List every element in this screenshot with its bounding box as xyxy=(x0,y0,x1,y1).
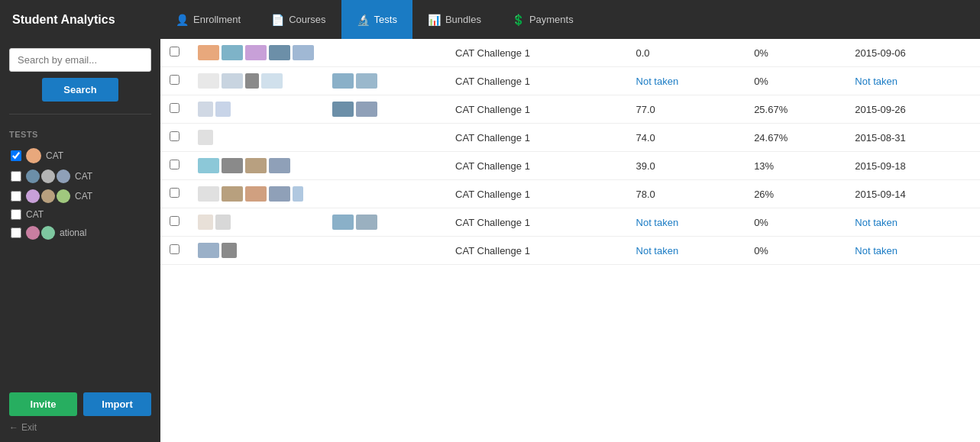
score-cell: 0.0 xyxy=(627,39,746,67)
test-item-2[interactable]: CAT xyxy=(9,166,151,186)
avatar-block xyxy=(332,73,354,89)
percent-cell: 13% xyxy=(745,152,846,180)
avatar-block xyxy=(198,158,219,173)
percent-cell: 24.67% xyxy=(745,124,846,152)
invite-button[interactable]: Invite xyxy=(9,392,77,416)
avatar-block xyxy=(245,73,259,89)
avatar-block xyxy=(332,102,354,117)
tab-enrollment[interactable]: 👤 Enrollment xyxy=(160,0,256,39)
row-checkbox[interactable] xyxy=(170,160,180,169)
search-button[interactable]: Search xyxy=(42,78,118,102)
test-item-3[interactable]: CAT xyxy=(9,186,151,206)
tab-courses[interactable]: 📄 Courses xyxy=(256,0,341,39)
date-cell: 2015-09-06 xyxy=(846,39,980,67)
app-title: Student Analytics xyxy=(0,13,160,27)
table-row: CAT Challenge 1 Not taken 0% Not taken xyxy=(160,67,980,95)
avatar-block xyxy=(222,186,243,202)
date-cell: 2015-09-26 xyxy=(846,95,980,124)
score-cell: Not taken xyxy=(627,237,746,265)
sidebar: Search TESTS CAT CAT CAT xyxy=(0,39,160,442)
avatar-group xyxy=(332,73,437,89)
avatar-block xyxy=(293,186,303,202)
score-cell: Not taken xyxy=(627,208,746,237)
test-name: CAT Challenge 1 xyxy=(446,208,626,237)
row-checkbox[interactable] xyxy=(170,47,180,56)
enrollment-icon: 👤 xyxy=(176,14,189,26)
test-avatar-1 xyxy=(26,148,41,163)
import-button[interactable]: Import xyxy=(83,392,151,416)
avatar-block xyxy=(198,73,219,89)
avatar-block xyxy=(269,45,290,60)
avatar-block xyxy=(198,186,219,202)
nav-tabs: 👤 Enrollment 📄 Courses 🔬 Tests 📊 Bundles… xyxy=(160,0,589,39)
table-row: CAT Challenge 1 0.0 0% 2015-09-06 xyxy=(160,39,980,67)
test-item-5[interactable]: ational xyxy=(9,223,151,243)
test-item-1[interactable]: CAT xyxy=(9,145,151,166)
avatar-group xyxy=(198,243,314,258)
avatar-block xyxy=(356,102,377,117)
avatar-group xyxy=(198,130,314,145)
tests-section-label: TESTS xyxy=(9,130,151,139)
avatar-block xyxy=(198,45,219,60)
tab-bundles[interactable]: 📊 Bundles xyxy=(412,0,496,39)
test-name: CAT Challenge 1 xyxy=(446,39,626,67)
date-cell: 2015-09-14 xyxy=(846,180,980,208)
date-cell: 2015-08-31 xyxy=(846,124,980,152)
date-cell: 2015-09-18 xyxy=(846,152,980,180)
avatar-group xyxy=(198,186,314,202)
table-row: CAT Challenge 1 Not taken 0% Not taken xyxy=(160,208,980,237)
avatar-block xyxy=(269,186,290,202)
bundles-icon: 📊 xyxy=(428,14,441,26)
avatar-block xyxy=(215,215,231,230)
row-checkbox[interactable] xyxy=(170,75,180,85)
table-row: CAT Challenge 1 74.0 24.67% 2015-08-31 xyxy=(160,124,980,152)
payments-icon: 💲 xyxy=(512,14,525,26)
test-avatar-2c xyxy=(57,169,70,183)
score-cell: 39.0 xyxy=(627,152,746,180)
avatar-group xyxy=(198,102,314,117)
test-checkbox-5[interactable] xyxy=(11,227,21,238)
avatar-group xyxy=(332,215,437,230)
tab-tests[interactable]: 🔬 Tests xyxy=(341,0,412,39)
table-row: CAT Challenge 1 39.0 13% 2015-09-18 xyxy=(160,152,980,180)
header: Student Analytics 👤 Enrollment 📄 Courses… xyxy=(0,0,980,39)
row-checkbox[interactable] xyxy=(170,244,180,254)
date-cell: Not taken xyxy=(846,237,980,265)
avatar-block xyxy=(222,45,243,60)
avatar-block xyxy=(215,102,231,117)
avatar-block xyxy=(198,215,213,230)
score-cell: 78.0 xyxy=(627,180,746,208)
table-row: CAT Challenge 1 77.0 25.67% 2015-09-26 xyxy=(160,95,980,124)
avatar-block xyxy=(356,73,377,89)
avatar-block xyxy=(293,45,314,60)
test-avatar-3a xyxy=(26,189,40,203)
courses-icon: 📄 xyxy=(271,14,284,26)
search-input[interactable] xyxy=(9,48,151,72)
avatar-block xyxy=(245,158,267,173)
score-cell: Not taken xyxy=(627,67,746,95)
percent-cell: 26% xyxy=(745,180,846,208)
exit-link[interactable]: ← Exit xyxy=(9,422,151,433)
percent-cell: 0% xyxy=(745,237,846,265)
avatar-block xyxy=(198,243,219,258)
tab-payments[interactable]: 💲 Payments xyxy=(496,0,589,39)
row-checkbox[interactable] xyxy=(170,216,180,226)
row-checkbox[interactable] xyxy=(170,188,180,198)
avatar-block xyxy=(222,158,243,173)
avatar-group xyxy=(198,158,314,173)
row-checkbox[interactable] xyxy=(170,103,180,113)
test-item-4[interactable]: CAT xyxy=(9,206,151,223)
row-checkbox[interactable] xyxy=(170,131,180,141)
test-checkbox-1[interactable] xyxy=(11,150,21,161)
test-avatar-5a xyxy=(26,226,40,240)
exit-arrow-icon: ← xyxy=(9,422,18,433)
test-avatar-2b xyxy=(41,169,55,183)
test-avatar-3b xyxy=(41,189,55,203)
test-name: CAT Challenge 1 xyxy=(446,124,626,152)
test-checkbox-3[interactable] xyxy=(11,191,21,202)
test-checkbox-4[interactable] xyxy=(11,209,21,220)
date-cell: Not taken xyxy=(846,208,980,237)
percent-cell: 0% xyxy=(745,67,846,95)
test-checkbox-2[interactable] xyxy=(11,171,21,182)
test-name: CAT Challenge 1 xyxy=(446,237,626,265)
